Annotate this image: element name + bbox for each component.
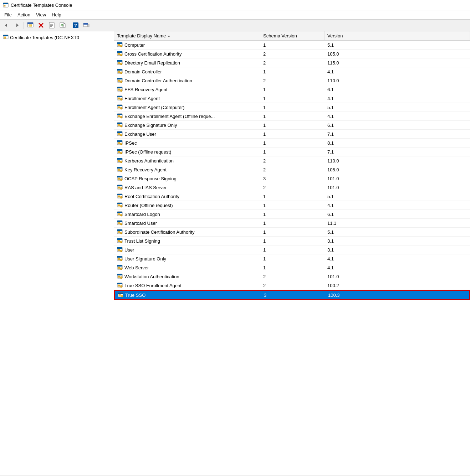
cell-name-text: Enrollment Agent (Computer): [124, 105, 184, 110]
right-panel[interactable]: Template Display Name ▲ Schema Version V…: [114, 31, 470, 475]
mmc-button[interactable]: [81, 21, 91, 30]
table-row[interactable]: ★ Smartcard Logon 1 6.1: [114, 210, 470, 219]
cell-name: ★ True SSO: [115, 291, 261, 299]
export-button[interactable]: [57, 21, 67, 30]
cell-version: 101.0: [325, 183, 470, 192]
cell-schema: 1: [260, 228, 325, 236]
table-row[interactable]: ★ Enrollment Agent (Computer) 1 5.1: [114, 103, 470, 112]
cert-template-icon: ★: [117, 193, 123, 199]
cell-schema: 1: [260, 130, 325, 138]
cell-version: 4.1: [325, 264, 470, 272]
cell-schema-text: 1: [263, 221, 266, 226]
svg-rect-117: [118, 178, 120, 180]
svg-rect-129: [118, 196, 120, 197]
cert-template-icon: ★: [117, 167, 123, 172]
table-row[interactable]: ★ OCSP Response Signing 3 101.0: [114, 174, 470, 183]
col-header-name[interactable]: Template Display Name ▲: [114, 31, 260, 40]
menu-view[interactable]: View: [33, 11, 49, 19]
table-row[interactable]: ★ Trust List Signing 1 3.1: [114, 237, 470, 245]
cell-name: ★ EFS Recovery Agent: [114, 85, 260, 94]
table-row[interactable]: ★ User 1 3.1: [114, 245, 470, 254]
cell-name: ★ User: [114, 245, 260, 254]
svg-rect-147: [118, 222, 120, 224]
cell-version-text: 101.0: [327, 176, 339, 181]
menu-action[interactable]: Action: [15, 11, 33, 19]
cell-version-text: 4.1: [327, 96, 334, 101]
table-row[interactable]: ★ Exchange Enrollment Agent (Offline req…: [114, 112, 470, 121]
svg-marker-14: [64, 22, 65, 24]
cell-name: ★ Router (Offline request): [114, 201, 260, 209]
cell-schema-text: 2: [263, 167, 266, 172]
properties-button[interactable]: [47, 21, 57, 30]
table-row[interactable]: ★ Computer 1 5.1: [114, 41, 470, 50]
cell-schema: 1: [260, 68, 325, 76]
forward-button[interactable]: [12, 21, 22, 30]
cert-template-icon: ★: [117, 95, 123, 101]
cell-name: ★ Subordinate Certification Authority: [114, 228, 260, 236]
cell-name: ★ Smartcard User: [114, 219, 260, 227]
cell-name-text: Key Recovery Agent: [124, 167, 167, 172]
cell-version: 110.0: [325, 157, 470, 165]
help-button[interactable]: ?: [71, 21, 81, 30]
cert-template-icon: ★: [117, 69, 123, 74]
cell-schema-text: 1: [263, 131, 266, 137]
cert-template-icon: ★: [117, 229, 123, 235]
table-row[interactable]: ★ Enrollment Agent 1 4.1: [114, 94, 470, 103]
cell-schema: 3: [260, 175, 325, 183]
table-row[interactable]: ★ Workstation Authentication 2 101.0: [114, 272, 470, 281]
cell-schema-text: 1: [263, 265, 266, 270]
up-button[interactable]: [25, 21, 35, 30]
table-row[interactable]: ★ True SSO 3 100.3: [114, 290, 470, 300]
table-row[interactable]: ★ Directory Email Replication 2 115.0: [114, 58, 470, 67]
table-row[interactable]: ★ Router (Offline request) 1 4.1: [114, 201, 470, 210]
table-row[interactable]: ★ IPSec 1 8.1: [114, 139, 470, 148]
cert-template-icon: ★: [117, 256, 123, 262]
table-row[interactable]: ★ IPSec (Offline request) 1 7.1: [114, 148, 470, 156]
table-row[interactable]: ★ True SSO Enrollment Agent 2 100.2: [114, 281, 470, 290]
title-bar: Certificate Templates Console: [0, 0, 470, 10]
table-row[interactable]: ★ Key Recovery Agent 2 105.0: [114, 165, 470, 174]
cell-name-text: IPSec: [124, 140, 137, 146]
cell-name: ★ IPSec (Offline request): [114, 148, 260, 156]
cell-name-text: RAS and IAS Server: [124, 185, 167, 190]
table-row[interactable]: ★ RAS and IAS Server 2 101.0: [114, 183, 470, 192]
cell-name: ★ Exchange User: [114, 130, 260, 138]
table-row[interactable]: ★ Cross Certification Authority 2 105.0: [114, 50, 470, 58]
back-button[interactable]: [1, 21, 11, 30]
tree-item-cert-templates[interactable]: Certificate Templates (DC-NEXT0: [0, 33, 114, 42]
cell-schema: 1: [260, 246, 325, 254]
table-row[interactable]: ★ EFS Recovery Agent 1 6.1: [114, 85, 470, 94]
table-row[interactable]: ★ Exchange Signature Only 1 6.1: [114, 121, 470, 130]
cell-version-text: 6.1: [327, 123, 334, 128]
cell-name-text: Directory Email Replication: [124, 60, 180, 66]
cell-version: 105.0: [325, 50, 470, 58]
svg-rect-44: [117, 69, 122, 71]
cell-name-text: True SSO Enrollment Agent: [124, 283, 182, 288]
toolbar-sep-2: [69, 22, 69, 29]
svg-rect-123: [118, 187, 120, 188]
toolbar-sep-1: [24, 22, 24, 29]
cell-name: ★ Enrollment Agent: [114, 94, 260, 103]
cell-schema: 1: [260, 86, 325, 94]
tree-label: Certificate Templates (DC-NEXT0: [10, 35, 79, 40]
table-row[interactable]: ★ Smartcard User 1 11.1: [114, 219, 470, 228]
cell-name: ★ OCSP Response Signing: [114, 174, 260, 183]
table-row[interactable]: ★ Domain Controller Authentication 2 110…: [114, 76, 470, 85]
col-header-schema[interactable]: Schema Version: [260, 31, 325, 40]
svg-rect-26: [117, 42, 122, 44]
table-row[interactable]: ★ Subordinate Certification Authority 1 …: [114, 228, 470, 237]
menu-help[interactable]: Help: [49, 11, 64, 19]
menu-file[interactable]: File: [1, 11, 15, 19]
cell-version-text: 110.0: [327, 158, 339, 164]
cert-template-icon: ★: [117, 185, 123, 190]
col-header-version[interactable]: Version: [325, 31, 470, 40]
cell-name: ★ True SSO Enrollment Agent: [114, 281, 260, 290]
table-row[interactable]: ★ Root Certification Authority 1 5.1: [114, 192, 470, 201]
table-row[interactable]: ★ Web Server 1 4.1: [114, 263, 470, 272]
table-row[interactable]: ★ User Signature Only 1 4.1: [114, 254, 470, 263]
table-row[interactable]: ★ Kerberos Authentication 2 110.0: [114, 156, 470, 165]
delete-button[interactable]: [36, 21, 46, 30]
cell-name: ★ RAS and IAS Server: [114, 183, 260, 192]
table-row[interactable]: ★ Exchange User 1 7.1: [114, 130, 470, 139]
table-row[interactable]: ★ Domain Controller 1 4.1: [114, 67, 470, 76]
